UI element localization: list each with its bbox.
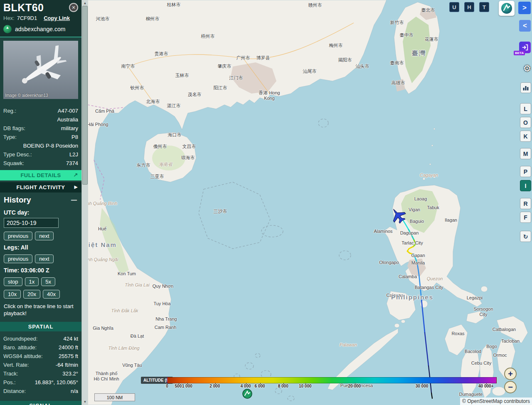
legend-tick: 8 000 <box>278 384 288 388</box>
info-value: BOEING P-8 Poseidon <box>3 141 78 150</box>
legend-bar <box>167 377 497 383</box>
key-m-button[interactable]: M <box>520 148 531 159</box>
full-details-label: FULL DETAILS <box>20 172 61 178</box>
key-r-button[interactable]: R <box>520 198 531 209</box>
info-row: DB flags:military <box>3 124 78 133</box>
beta-badge: BETA <box>514 51 525 55</box>
spatial-row: Groundspeed:424 kt <box>3 334 78 343</box>
legend-tick: 4 000 <box>241 384 251 388</box>
adsbx-logo-icon <box>3 25 12 33</box>
copy-link[interactable]: Copy Link <box>44 15 70 21</box>
close-icon[interactable]: ✕ <box>69 3 78 12</box>
flight-info-panel: BLKT60 ✕ Hex: 7CF9D1 Copy Link adsbexcha… <box>0 0 81 405</box>
key-l-button[interactable]: L <box>520 103 531 114</box>
info-value: P8 <box>17 133 78 141</box>
speed-20x-button[interactable]: 20x <box>23 290 40 299</box>
site-row: adsbexchange.com <box>3 25 78 33</box>
zoom-out-button[interactable]: − <box>504 381 517 393</box>
info-row: BOEING P-8 Poseidon <box>3 141 78 150</box>
key-p-button[interactable]: P <box>520 166 531 177</box>
leg-next-button[interactable]: next <box>35 254 54 263</box>
flight-activity-button[interactable]: FLIGHT ACTIVITY ▶ <box>0 182 81 193</box>
spatial-value: 25575 ft <box>43 352 78 361</box>
map-base-layer <box>88 0 532 405</box>
day-previous-button[interactable]: previous <box>4 232 32 240</box>
toggle-t-button[interactable]: T <box>479 2 489 12</box>
gear-icon[interactable]: ⚙ <box>522 63 532 74</box>
day-next-button[interactable]: next <box>35 232 54 240</box>
hex-label: Hex: <box>3 15 15 21</box>
osm-attribution[interactable]: © OpenStreetMap contributors <box>460 398 532 405</box>
spatial-list: Groundspeed:424 kt Baro. altitude:24000 … <box>0 331 81 396</box>
spatial-value: n/a <box>26 387 78 395</box>
spatial-label: Vert. Rate: <box>3 361 29 369</box>
adsbx-globe-icon <box>500 2 513 15</box>
collapse-right-icon[interactable]: > <box>518 2 531 14</box>
key-o-button[interactable]: O <box>520 117 531 128</box>
spatial-label: Groundspeed: <box>3 334 37 343</box>
toggle-u-button[interactable]: U <box>449 2 459 12</box>
map-scale: 100 NM <box>94 393 135 401</box>
map-canvas[interactable]: 桂林市赣州市河池市柳州市梅州市梧州市贵港市广州市博罗县揭阳市汕头市南宁市肇庆市汕… <box>88 0 532 405</box>
stats-button[interactable] <box>520 82 531 93</box>
legend-tick: 10 000 <box>299 384 312 388</box>
legend-tick: 40 000+ <box>478 384 493 388</box>
info-label: Type: <box>3 133 17 141</box>
utc-day-input[interactable] <box>4 218 59 228</box>
spatial-section-header: SPATIAL <box>0 322 81 331</box>
spatial-value: 323.2° <box>18 369 78 378</box>
info-value: 7374 <box>24 159 78 168</box>
history-header: History — <box>0 193 81 205</box>
legend-tick: 6 000 <box>255 384 265 388</box>
aircraft-photo[interactable]: Image © aideenkhan13 <box>3 41 78 99</box>
scrollbar-thumb[interactable] <box>82 6 88 185</box>
info-label: Squawk: <box>3 159 24 168</box>
legend-tick: 20 000 <box>348 384 361 388</box>
spatial-value: 424 kt <box>37 334 78 343</box>
speed-stop-button[interactable]: stop <box>4 277 22 286</box>
full-details-button[interactable]: FULL DETAILS ↗ <box>0 170 81 180</box>
spatial-label: Track: <box>3 369 18 378</box>
key-i-button[interactable]: I <box>520 180 531 191</box>
history-controls: UTC day: previous next Legs: All previou… <box>0 209 81 317</box>
key-k-button[interactable]: K <box>520 131 531 142</box>
info-row: Australia <box>3 115 78 124</box>
spatial-row: Pos.:16.883°, 120.065° <box>3 378 78 387</box>
adsbx-globe-button[interactable] <box>499 1 515 16</box>
speed-10x-button[interactable]: 10x <box>4 290 21 299</box>
speed-40x-button[interactable]: 40x <box>43 290 60 299</box>
key-f-button[interactable]: F <box>520 212 531 223</box>
spatial-value: -64 ft/min <box>29 361 78 369</box>
spatial-row: Track:323.2° <box>3 369 78 378</box>
info-value: L2J <box>32 150 78 159</box>
spatial-label: Distance: <box>3 387 26 395</box>
info-label: DB flags: <box>3 124 25 133</box>
collapse-icon[interactable]: — <box>70 197 78 203</box>
spatial-row: Distance:n/a <box>3 387 78 395</box>
speed-1x-button[interactable]: 1x <box>25 277 39 286</box>
info-label: Type Desc.: <box>3 150 32 159</box>
flight-activity-label: FLIGHT ACTIVITY <box>17 184 65 190</box>
scroll-down-icon[interactable]: ▼ <box>82 400 88 404</box>
legs-label: Legs: All <box>4 244 78 251</box>
signal-section-header: SIGNAL <box>0 401 81 405</box>
sidebar-scrollbar[interactable]: ▲ ▼ <box>81 0 88 405</box>
info-row: Type Desc.:L2J <box>3 150 78 159</box>
leg-previous-button[interactable]: previous <box>4 254 32 263</box>
legend-tick: 30 000 <box>416 384 429 388</box>
replay-icon[interactable]: ↻ <box>520 231 531 242</box>
scroll-up-icon[interactable]: ▲ <box>82 1 88 5</box>
spatial-row: Baro. altitude:24000 ft <box>3 343 78 352</box>
external-link-icon: ↗ <box>74 172 78 178</box>
speed-5x-button[interactable]: 5x <box>41 277 55 286</box>
reef-outlines <box>199 119 351 401</box>
zoom-in-button[interactable]: + <box>504 368 517 380</box>
toggle-h-button[interactable]: H <box>464 2 474 12</box>
site-link[interactable]: adsbexchange.com <box>15 26 65 32</box>
hex-value: 7CF9D1 <box>17 15 37 21</box>
playback-hint: Click on the trace line to start playbac… <box>4 303 78 317</box>
collapse-left-icon[interactable]: < <box>519 20 531 32</box>
info-value: Australia <box>3 115 78 124</box>
info-row: Reg.:A47-007 <box>3 106 78 115</box>
info-row: Squawk:7374 <box>3 159 78 168</box>
